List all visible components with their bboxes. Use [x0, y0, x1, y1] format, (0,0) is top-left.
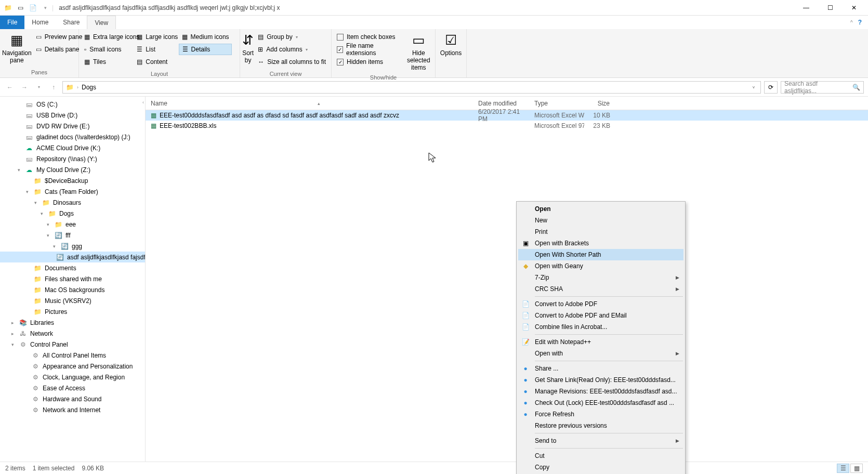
context-menu-item[interactable]: CRC SHA▶: [518, 283, 683, 295]
context-menu-item[interactable]: 7-Zip▶: [518, 272, 683, 283]
layout-extra-large-icons[interactable]: ▦Extra large icons: [81, 31, 133, 43]
refresh-button[interactable]: ⟳: [764, 81, 778, 94]
navigation-tree[interactable]: ‹ 🖴OS (C:)🖴USB Drive (D:)🖴DVD RW Drive (…: [0, 97, 146, 462]
search-input[interactable]: Search asdf asljdflkjas... 🔍: [781, 81, 864, 94]
expand-icon[interactable]: ▾: [38, 211, 45, 216]
tab-home[interactable]: Home: [24, 16, 56, 29]
tree-item[interactable]: ▾📁Dinosaurs: [0, 197, 145, 208]
tree-item[interactable]: 📁Mac OS backgrounds: [0, 284, 145, 295]
maximize-button[interactable]: ☐: [818, 0, 842, 16]
tree-item[interactable]: 📁Files shared with me: [0, 273, 145, 284]
layout-content[interactable]: ▤Content: [134, 56, 177, 68]
qat-dropdown-icon[interactable]: ▾: [40, 2, 51, 14]
layout-large-icons[interactable]: ▦Large icons: [134, 31, 177, 43]
up-button[interactable]: ↑: [48, 82, 59, 93]
context-menu-item[interactable]: ▣Open with Brackets: [518, 238, 683, 249]
expand-icon[interactable]: ▾: [32, 200, 38, 205]
file-row[interactable]: ▦EEE-test00dddsfasdfasdf asd asdf as dfa…: [146, 110, 868, 121]
layout-medium-icons[interactable]: ▦Medium icons: [179, 31, 232, 43]
context-menu-item[interactable]: Copy: [518, 462, 683, 473]
file-ext-toggle[interactable]: ✓File name extensions: [334, 44, 403, 55]
column-type[interactable]: Type: [529, 100, 584, 107]
context-menu-item[interactable]: ◆Open with Geany: [518, 260, 683, 272]
expand-icon[interactable]: ▾: [9, 342, 16, 347]
recent-dropdown[interactable]: ▾: [33, 82, 45, 93]
expand-icon[interactable]: ▾: [45, 233, 51, 238]
size-columns-button[interactable]: ↔Size all columns to fit: [255, 56, 329, 68]
column-name[interactable]: Name▴: [146, 100, 473, 107]
tree-item[interactable]: ⚙Hardware and Sound: [0, 393, 145, 404]
context-menu-item[interactable]: ●Manage Revisions: EEE-test00dddsfasdfas…: [518, 386, 683, 397]
column-date[interactable]: Date modified: [473, 100, 529, 107]
layout-list[interactable]: ☰List: [134, 44, 177, 55]
ribbon-collapse-icon[interactable]: ^: [850, 20, 853, 25]
chevron-right-icon[interactable]: ›: [80, 81, 81, 83]
tree-item[interactable]: ▾📁eee: [0, 219, 145, 230]
tree-item[interactable]: ⚙Network and Internet: [0, 404, 145, 415]
hidden-items-toggle[interactable]: ✓Hidden items: [334, 56, 403, 68]
close-button[interactable]: ✕: [842, 0, 866, 16]
group-by-button[interactable]: ▤Group by ▾: [255, 31, 329, 43]
tree-item[interactable]: ▾☁My Cloud Drive (Z:): [0, 164, 145, 175]
context-menu-item[interactable]: 📄Convert to Adobe PDF: [518, 298, 683, 310]
folder-icon[interactable]: 📁: [2, 2, 14, 14]
tree-item[interactable]: ▸📚Libraries: [0, 317, 145, 328]
layout-details[interactable]: ☰Details: [179, 44, 232, 55]
tree-item[interactable]: ⚙Clock, Language, and Region: [0, 372, 145, 383]
tab-file[interactable]: File: [0, 16, 24, 29]
context-menu-item[interactable]: Open with▶: [518, 348, 683, 359]
tree-item[interactable]: ▾📁Dogs: [0, 208, 145, 219]
tree-item[interactable]: 🔄asdf asljdflkjasdlfkjasd fajsdflkja s: [0, 252, 145, 262]
chevron-right-icon[interactable]: ›: [80, 93, 81, 94]
tree-collapse-icon[interactable]: ‹: [142, 100, 144, 105]
expand-icon[interactable]: ▾: [24, 189, 30, 194]
file-list[interactable]: ▦EEE-test00dddsfasdfasdf asd asdf as dfa…: [146, 110, 868, 462]
tab-share[interactable]: Share: [56, 16, 87, 29]
help-icon[interactable]: ?: [858, 19, 862, 26]
tree-item[interactable]: 📁$DeviceBackup: [0, 175, 145, 186]
view-thumbnails-button[interactable]: ▦: [850, 464, 863, 473]
context-menu-item[interactable]: Cut: [518, 450, 683, 462]
qat-properties-icon[interactable]: ▭: [15, 2, 26, 14]
tree-item[interactable]: 🖴OS (C:): [0, 99, 145, 110]
context-menu-item[interactable]: Send to▶: [518, 435, 683, 446]
qat-newfolder-icon[interactable]: 📄: [27, 2, 38, 14]
expand-icon[interactable]: ▾: [51, 244, 57, 249]
forward-button[interactable]: →: [19, 82, 30, 93]
tree-item[interactable]: 🖴DVD RW Drive (E:): [0, 121, 145, 131]
add-columns-button[interactable]: ⊞Add columns ▾: [255, 44, 329, 55]
tree-item[interactable]: ⚙Ease of Access: [0, 383, 145, 393]
tab-view[interactable]: View: [87, 16, 116, 29]
expand-icon[interactable]: ▸: [9, 320, 16, 325]
chevron-right-icon[interactable]: ›: [77, 85, 78, 90]
details-pane-button[interactable]: ▭Details pane: [33, 44, 86, 55]
back-button[interactable]: ←: [4, 82, 16, 93]
hide-selected-button[interactable]: ▭ Hide selected items: [404, 31, 433, 71]
tree-item[interactable]: 📁Music (VKSRV2): [0, 295, 145, 306]
context-menu-item[interactable]: 📄Convert to Adobe PDF and EMail: [518, 310, 683, 321]
tree-item[interactable]: ⚙Appearance and Personalization: [0, 361, 145, 372]
context-menu-item[interactable]: Print: [518, 226, 683, 238]
address-dropdown[interactable]: v: [748, 82, 759, 93]
expand-icon[interactable]: ▸: [9, 331, 16, 336]
preview-pane-button[interactable]: ▭Preview pane: [33, 31, 86, 43]
tree-item[interactable]: ☁ACME Cloud Drive (K:): [0, 142, 145, 153]
sort-by-button[interactable]: ⇵ Sort by: [242, 31, 254, 64]
tree-item[interactable]: ▾🔄ggg: [0, 241, 145, 252]
expand-icon[interactable]: ▾: [16, 167, 22, 173]
tree-item[interactable]: ⚙All Control Panel Items: [0, 350, 145, 361]
tree-item[interactable]: ▾⚙Control Panel: [0, 339, 145, 350]
context-menu-item[interactable]: 📝Edit with Notepad++: [518, 336, 683, 348]
breadcrumb-segment[interactable]: Dogs: [80, 84, 305, 91]
layout-small-icons[interactable]: ▫Small icons: [81, 44, 133, 55]
tree-item[interactable]: 📁Pictures: [0, 306, 145, 317]
view-details-button[interactable]: ☰: [837, 464, 849, 473]
tree-item[interactable]: 📁Documents: [0, 262, 145, 273]
item-checkboxes-toggle[interactable]: Item check boxes: [334, 31, 403, 43]
column-size[interactable]: Size: [584, 100, 615, 107]
tree-item[interactable]: ▸🖧Network: [0, 328, 145, 339]
context-menu-item[interactable]: ●Share ...: [518, 363, 683, 374]
tree-item[interactable]: ▾📁Cats (Team Folder): [0, 186, 145, 197]
minimize-button[interactable]: —: [794, 0, 818, 16]
expand-icon[interactable]: ▾: [45, 222, 51, 227]
